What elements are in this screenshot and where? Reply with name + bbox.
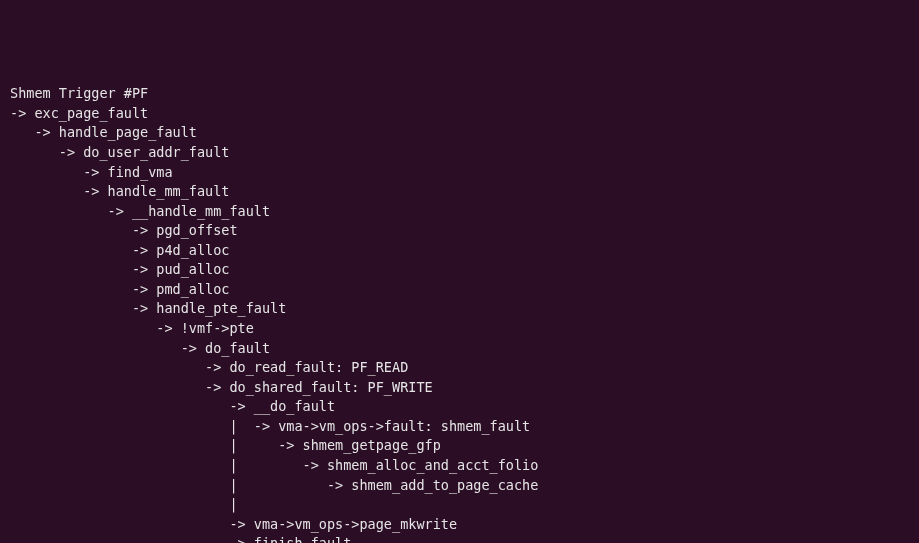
trace-line: -> pmd_alloc xyxy=(10,280,909,300)
trace-line: | -> shmem_add_to_page_cache xyxy=(10,476,909,496)
trace-line: Shmem Trigger #PF xyxy=(10,84,909,104)
trace-line: -> handle_pte_fault xyxy=(10,299,909,319)
trace-line: -> pgd_offset xyxy=(10,221,909,241)
trace-line: -> __handle_mm_fault xyxy=(10,202,909,222)
trace-line: -> !vmf->pte xyxy=(10,319,909,339)
trace-line: -> do_shared_fault: PF_WRITE xyxy=(10,378,909,398)
trace-line: -> handle_page_fault xyxy=(10,123,909,143)
trace-line: -> p4d_alloc xyxy=(10,241,909,261)
trace-line: -> vma->vm_ops->page_mkwrite xyxy=(10,515,909,535)
trace-line: -> finish_fault xyxy=(10,534,909,543)
trace-line: -> do_user_addr_fault xyxy=(10,143,909,163)
call-trace-output: Shmem Trigger #PF-> exc_page_fault -> ha… xyxy=(10,84,909,543)
trace-line: -> handle_mm_fault xyxy=(10,182,909,202)
trace-line: | -> shmem_getpage_gfp xyxy=(10,436,909,456)
trace-line: -> do_read_fault: PF_READ xyxy=(10,358,909,378)
trace-line: | -> shmem_alloc_and_acct_folio xyxy=(10,456,909,476)
trace-line: -> find_vma xyxy=(10,163,909,183)
trace-line: -> __do_fault xyxy=(10,397,909,417)
trace-line: | xyxy=(10,495,909,515)
trace-line: -> do_fault xyxy=(10,339,909,359)
trace-line: -> exc_page_fault xyxy=(10,104,909,124)
trace-line: -> pud_alloc xyxy=(10,260,909,280)
trace-line: | -> vma->vm_ops->fault: shmem_fault xyxy=(10,417,909,437)
